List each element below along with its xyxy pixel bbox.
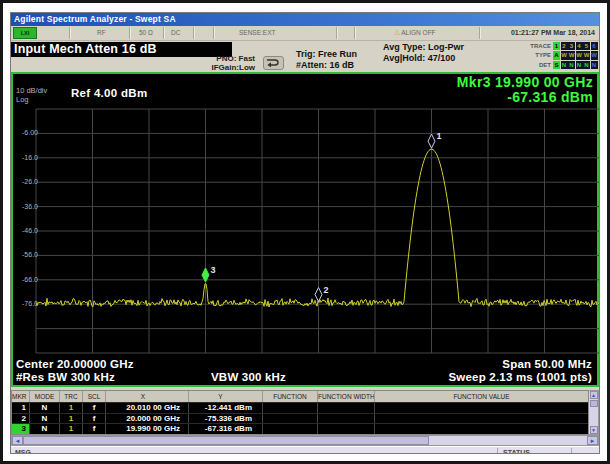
- divider: [163, 27, 164, 39]
- window-title: Agilent Spectrum Analyzer - Swept SA: [14, 14, 176, 24]
- divider: [354, 27, 355, 39]
- marker-table-column-header: TRC: [60, 391, 83, 402]
- scroll-right-button[interactable]: ►: [587, 436, 598, 445]
- center-freq-label: Center 20.00000 GHz: [16, 358, 134, 370]
- trace-legend-cell: N: [576, 61, 583, 70]
- trace-legend-cell: S: [553, 61, 560, 70]
- window-titlebar[interactable]: Agilent Spectrum Analyzer - Swept SA: [11, 13, 599, 26]
- trace-legend-row: DETSNNNNN: [521, 60, 598, 70]
- trace-legend-cell: W: [568, 51, 575, 60]
- dc-annunciator: DC: [171, 29, 180, 36]
- marker-table-cell: [263, 403, 318, 413]
- trace-legend-label: DET: [521, 62, 551, 68]
- annunciator-bar: LXI RF 50 Ω DC SENSE:EXT ⚠ALIGN OFF 01:2…: [11, 26, 599, 41]
- marker-table-column-header: MODE: [30, 391, 60, 402]
- divider: [479, 27, 480, 39]
- scale-label: 10 dB/div: [16, 86, 47, 95]
- divider: [193, 27, 194, 39]
- msg-label: MSG: [15, 447, 31, 454]
- marker-table-column-header: SCL: [83, 391, 106, 402]
- marker-table-cell: [318, 403, 375, 413]
- trace-legend-cell: 6: [591, 42, 598, 51]
- graticule: [36, 109, 600, 353]
- marker-table-cell: f: [83, 403, 106, 413]
- marker-table-hscrollbar[interactable]: ◄ ►: [11, 435, 599, 446]
- spectrum-display: 123 10 dB/div Log Ref 4.00 dBm Mkr3 19.9…: [11, 72, 599, 387]
- vscroll-thumb[interactable]: [590, 400, 598, 407]
- trace-legend-cell: 1: [553, 42, 560, 51]
- screenshot-frame: Agilent Spectrum Analyzer - Swept SA LXI…: [0, 0, 610, 464]
- trace-legend-cell: W: [576, 51, 583, 60]
- align-off-annunciator: ⚠ALIGN OFF: [394, 29, 436, 37]
- marker-table-cell: [263, 414, 318, 424]
- trace-legend-cell: N: [561, 61, 568, 70]
- marker-1-diamond[interactable]: [428, 134, 435, 148]
- trace-legend-cell: 4: [576, 42, 583, 51]
- divider: [497, 448, 498, 454]
- marker-table-body: 1N1f20.010 00 GHz-12.441 dBm2N1f20.000 0…: [12, 402, 588, 434]
- marker-table-cell: -75.336 dBm: [189, 414, 263, 424]
- avg-type-label: Avg Type: Log-Pwr: [383, 42, 464, 53]
- marker-table-cell: 20.000 00 GHz: [106, 414, 189, 424]
- y-axis-tick-label: -26.0: [13, 178, 38, 185]
- ref-level-label: Ref 4.00 dBm: [71, 87, 147, 99]
- scroll-down-button[interactable]: ▼: [590, 426, 598, 434]
- marker-table-cell: 1: [60, 403, 83, 413]
- vbw-label: VBW 300 kHz: [211, 371, 286, 383]
- marker-table-column-header: FUNCTION: [263, 391, 318, 402]
- span-label: Span 50.00 MHz: [502, 358, 592, 370]
- trace-legend-cell: 2: [561, 42, 568, 51]
- trace-legend-cell: N: [568, 61, 575, 70]
- spectrum-svg: 123: [13, 74, 600, 385]
- hscroll-thumb[interactable]: [23, 436, 429, 445]
- trace-legend: TRACE123456TYPEAWWWWWDETSNNNNN: [521, 41, 598, 70]
- marker-readout-freq: Mkr3 19.990 00 GHz: [457, 75, 593, 90]
- marker-table-cell: f: [83, 414, 106, 424]
- scroll-left-button[interactable]: ◄: [12, 436, 23, 445]
- trace-legend-cell: N: [591, 61, 598, 70]
- marker-table-cell: N: [30, 403, 60, 413]
- marker-readout: Mkr3 19.990 00 GHz -67.316 dBm: [457, 75, 593, 105]
- y-axis-tick-label: -76.0: [13, 300, 38, 307]
- marker-table-cell: [375, 424, 588, 434]
- marker-table-vscrollbar[interactable]: ▲ ▼: [589, 390, 599, 435]
- marker-table-cell: N: [30, 414, 60, 424]
- divider: [571, 448, 572, 454]
- trace-legend-cell: A: [553, 51, 560, 60]
- annotation-bar: Input Mech Atten 16 dB PNO: Fast IFGain:…: [11, 41, 599, 72]
- trace-legend-cell: W: [561, 51, 568, 60]
- marker-table-cell: 1: [60, 424, 83, 434]
- trace-legend-cell: 5: [583, 42, 590, 51]
- sweep-label: Sweep 2.13 ms (1001 pts): [448, 371, 592, 383]
- marker-readout-amp: -67.316 dBm: [457, 90, 593, 105]
- marker-table: MKRMODETRCSCLXYFUNCTIONFUNCTION WIDTHFUN…: [11, 390, 599, 435]
- marker-3-label: 3: [211, 265, 216, 275]
- pno-block: PNO: Fast IFGain:Low: [159, 54, 255, 72]
- trace-legend-row: TYPEAWWWWW: [521, 51, 598, 61]
- marker-table-row: 3N1f19.990 00 GHz-67.316 dBm: [12, 423, 588, 434]
- status-bar: MSG STATUS: [11, 446, 599, 454]
- marker-table-column-header: Y: [189, 391, 263, 402]
- marker-table-cell: [318, 424, 375, 434]
- pno-label: PNO: Fast: [159, 54, 255, 63]
- divider: [129, 27, 130, 39]
- marker-table-row: 1N1f20.010 00 GHz-12.441 dBm: [12, 402, 588, 413]
- lxi-indicator: LXI: [13, 27, 37, 39]
- y-axis-tick-label: -66.0: [13, 276, 38, 283]
- y-axis-tick-label: -6.00: [13, 129, 38, 136]
- scroll-up-button[interactable]: ▲: [590, 391, 598, 399]
- marker-2-label: 2: [324, 285, 329, 295]
- marker-table-column-header: FUNCTION VALUE: [375, 391, 588, 402]
- marker-table-cell: 3: [12, 424, 30, 434]
- marker-table-cell: 20.010 00 GHz: [106, 403, 189, 413]
- marker-table-cell: [263, 424, 318, 434]
- y-axis-tick-label: -46.0: [13, 227, 38, 234]
- trace-legend-row: TRACE123456: [521, 41, 598, 51]
- trace-legend-cell: 3: [568, 42, 575, 51]
- trace-legend-cell: W: [591, 51, 598, 60]
- marker-table-cell: [375, 414, 588, 424]
- y-axis-tick-label: -56.0: [13, 251, 38, 258]
- marker-2-diamond[interactable]: [315, 288, 322, 302]
- marker-table-cell: [318, 414, 375, 424]
- marker-table-cell: N: [30, 424, 60, 434]
